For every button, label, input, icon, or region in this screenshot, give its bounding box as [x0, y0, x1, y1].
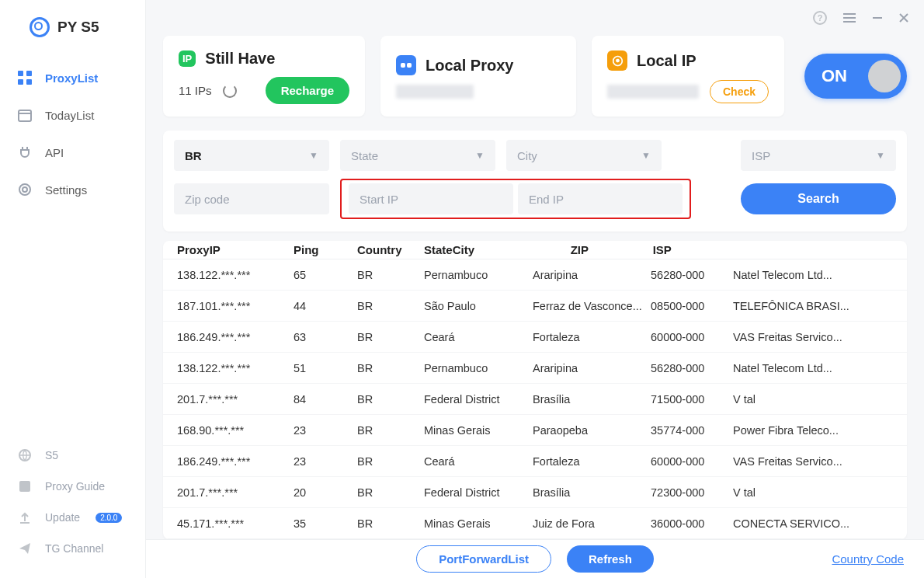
- cell-zip: 08500-000: [651, 300, 733, 312]
- nav-todaylist[interactable]: TodayList: [0, 96, 145, 134]
- recharge-button[interactable]: Recharge: [266, 77, 349, 104]
- country-code-link[interactable]: Country Code: [832, 552, 904, 566]
- proxy-toggle[interactable]: ON: [804, 54, 907, 99]
- cell-zip: 60000-000: [651, 455, 733, 468]
- cell-country: BR: [357, 517, 424, 530]
- table-row[interactable]: 186.249.***.***63BRCearáFortaleza60000-0…: [163, 322, 907, 353]
- cell-ip: 138.122.***.***: [177, 269, 294, 281]
- zip-input-wrap: [174, 183, 329, 214]
- app-title: PY S5: [57, 19, 99, 36]
- country-value: BR: [185, 149, 202, 162]
- end-ip-input[interactable]: [529, 193, 672, 206]
- version-pill: 2.0.0: [96, 513, 122, 523]
- zip-input[interactable]: [185, 193, 318, 206]
- chevron-down-icon: ▼: [475, 150, 485, 161]
- table-body: 138.122.***.***65BRPernambucoAraripina56…: [163, 259, 907, 539]
- ip-count: 11 IPs: [179, 84, 212, 97]
- port-forward-list-button[interactable]: PortForwardList: [416, 545, 551, 573]
- svg-rect-2: [18, 79, 23, 85]
- svg-rect-9: [19, 481, 30, 492]
- card-title: Local Proxy: [426, 57, 513, 75]
- cell-country: BR: [357, 486, 424, 499]
- svg-rect-3: [26, 79, 32, 85]
- cell-zip: 56280-000: [651, 269, 733, 281]
- menu-icon[interactable]: [842, 12, 857, 24]
- table-row[interactable]: 187.101.***.***44BRSão PauloFerraz de Va…: [163, 291, 907, 322]
- cell-state: Minas Gerais: [424, 517, 533, 530]
- titlebar: ?: [146, 0, 924, 36]
- cell-ping: 35: [294, 517, 357, 530]
- nav-tg-channel[interactable]: TG Channel: [0, 533, 145, 564]
- search-button[interactable]: Search: [741, 183, 896, 214]
- table-row[interactable]: 201.7.***.***84BRFederal DistrictBrasíli…: [163, 384, 907, 415]
- chevron-down-icon: ▼: [309, 150, 318, 161]
- cell-isp: CONECTA SERVICO...: [733, 517, 893, 530]
- th-isp: ISP: [653, 243, 893, 256]
- th-state: State: [424, 243, 453, 256]
- th-zip: ZIP: [571, 243, 653, 256]
- start-ip-input[interactable]: [360, 193, 502, 206]
- help-icon[interactable]: ?: [812, 10, 828, 26]
- check-button[interactable]: Check: [710, 80, 769, 103]
- cell-city: Araripina: [533, 362, 651, 374]
- country-select[interactable]: BR▼: [174, 140, 329, 171]
- cell-state: Ceará: [424, 455, 533, 468]
- nav-update[interactable]: Update 2.0.0: [0, 502, 145, 533]
- cell-city: Paraopeba: [533, 424, 651, 437]
- local-proxy-value: [396, 85, 474, 99]
- nav-api[interactable]: API: [0, 134, 145, 171]
- send-icon: [17, 541, 33, 556]
- gear-icon: [17, 182, 33, 197]
- cell-ip: 138.122.***.***: [177, 362, 294, 374]
- card-still-have: IP Still Have 11 IPs Recharge: [163, 36, 365, 117]
- city-select[interactable]: City▼: [506, 140, 662, 171]
- refresh-button[interactable]: Refresh: [567, 545, 654, 573]
- nav-label: TG Channel: [45, 542, 103, 555]
- th-country: Country: [357, 243, 424, 256]
- start-ip-wrap: [349, 183, 513, 214]
- minimize-icon[interactable]: [871, 12, 884, 24]
- table-row[interactable]: 201.7.***.***20BRFederal DistrictBrasíli…: [163, 477, 907, 508]
- cell-isp: Power Fibra Teleco...: [733, 424, 893, 437]
- cards-row: IP Still Have 11 IPs Recharge Local Prox…: [146, 36, 924, 117]
- nav-proxylist[interactable]: ProxyList: [0, 59, 145, 96]
- upload-icon: [17, 510, 33, 525]
- cell-city: Brasília: [533, 486, 651, 499]
- chevron-down-icon: ▼: [641, 150, 651, 161]
- cell-city: Juiz de Fora: [533, 517, 651, 530]
- table-row[interactable]: 186.249.***.***23BRCearáFortaleza60000-0…: [163, 446, 907, 477]
- cell-zip: 60000-000: [651, 331, 733, 343]
- table-row[interactable]: 138.122.***.***65BRPernambucoAraripina56…: [163, 259, 907, 291]
- table-row[interactable]: 168.90.***.***23BRMinas GeraisParaopeba3…: [163, 415, 907, 446]
- cell-ping: 84: [294, 393, 357, 406]
- cell-ping: 51: [294, 362, 357, 374]
- table-row[interactable]: 138.122.***.***51BRPernambucoAraripina56…: [163, 353, 907, 384]
- cell-country: BR: [357, 424, 424, 437]
- nav-s5[interactable]: S5: [0, 440, 145, 471]
- ip-range-highlight: [340, 179, 691, 219]
- state-select[interactable]: State▼: [340, 140, 495, 171]
- nav-settings[interactable]: Settings: [0, 171, 145, 208]
- svg-text:?: ?: [818, 13, 823, 23]
- toggle-wrap: ON: [804, 36, 907, 117]
- cell-state: Pernambuco: [424, 362, 533, 374]
- cell-state: Ceará: [424, 331, 533, 343]
- cell-zip: 56280-000: [651, 362, 733, 374]
- refresh-icon[interactable]: [223, 84, 237, 98]
- cell-ping: 65: [294, 269, 357, 281]
- cell-state: Pernambuco: [424, 269, 533, 281]
- cell-isp: Natel Telecom Ltd...: [733, 362, 893, 374]
- card-local-ip: ⦿ Local IP Check: [592, 36, 784, 117]
- table-row[interactable]: 45.171.***.***35BRMinas GeraisJuiz de Fo…: [163, 508, 907, 539]
- isp-select[interactable]: ISP▼: [741, 140, 896, 171]
- cell-city: Fortaleza: [533, 331, 651, 343]
- nav-proxy-guide[interactable]: Proxy Guide: [0, 471, 145, 502]
- nav-label: Settings: [45, 183, 87, 197]
- end-ip-wrap: [518, 183, 683, 214]
- close-icon[interactable]: [898, 12, 910, 24]
- city-placeholder: City: [517, 149, 537, 162]
- cell-country: BR: [357, 362, 424, 374]
- cell-ping: 63: [294, 331, 357, 343]
- grid-icon: [17, 70, 33, 85]
- cell-zip: 71500-000: [651, 393, 733, 406]
